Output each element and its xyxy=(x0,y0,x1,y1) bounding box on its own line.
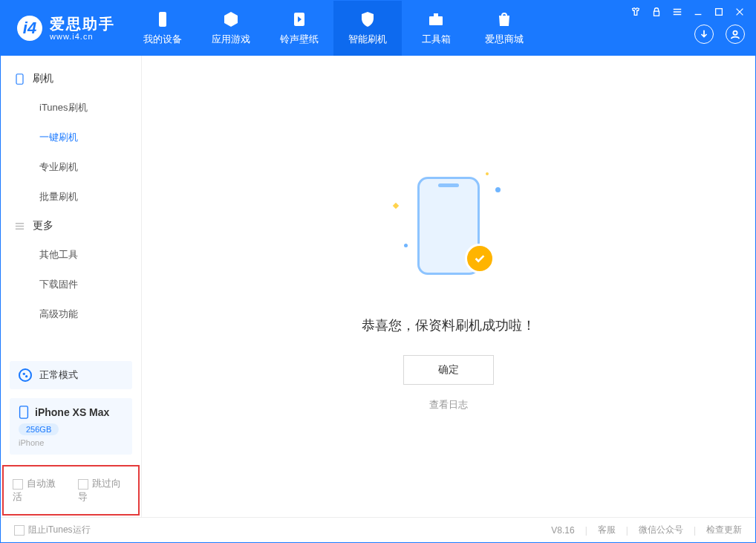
mode-card[interactable]: 正常模式 xyxy=(10,361,132,389)
sidebar-item-itunes-flash[interactable]: iTunes刷机 xyxy=(1,93,141,123)
main-content: 恭喜您，保资料刷机成功啦！ 确定 查看日志 xyxy=(142,56,755,517)
list-icon xyxy=(14,221,25,232)
user-icon[interactable] xyxy=(726,25,745,44)
menu-icon[interactable] xyxy=(672,7,682,19)
sidebar-item-pro-flash[interactable]: 专业刷机 xyxy=(1,152,141,182)
nav-label: 我的设备 xyxy=(143,33,182,46)
nav-label: 铃声壁纸 xyxy=(280,33,319,46)
download-icon[interactable] xyxy=(694,25,714,44)
nav-toolbox[interactable]: 工具箱 xyxy=(402,1,470,56)
sidebar-item-firmware[interactable]: 下载固件 xyxy=(1,270,141,299)
device-name-row: iPhone XS Max xyxy=(19,406,123,419)
logo-text: 爱思助手 www.i4.cn xyxy=(50,16,115,41)
shield-icon xyxy=(359,10,377,28)
group-label: 刷机 xyxy=(33,72,53,85)
nav-label: 工具箱 xyxy=(422,33,451,46)
lock-icon[interactable] xyxy=(651,7,662,19)
nav-label: 应用游戏 xyxy=(212,33,250,46)
nav-my-device[interactable]: 我的设备 xyxy=(128,1,197,56)
bag-icon xyxy=(495,10,513,28)
svg-rect-10 xyxy=(20,406,28,418)
mode-label: 正常模式 xyxy=(39,368,78,382)
sidebar-item-batch-flash[interactable]: 批量刷机 xyxy=(1,182,141,212)
auto-activate-checkbox[interactable]: 自动激活 xyxy=(13,477,65,504)
sidebar-group-flash: 刷机 xyxy=(1,65,141,93)
logo: i4 爱思助手 www.i4.cn xyxy=(1,1,128,56)
device-name: iPhone XS Max xyxy=(35,406,109,418)
nav-flash[interactable]: 智能刷机 xyxy=(333,1,402,56)
close-button[interactable] xyxy=(734,7,745,19)
wechat-link[interactable]: 微信公众号 xyxy=(639,524,683,536)
check-badge-icon xyxy=(465,244,495,273)
sidebar-item-other-tools[interactable]: 其他工具 xyxy=(1,240,141,270)
ok-button[interactable]: 确定 xyxy=(403,355,494,385)
device-icon xyxy=(14,74,25,85)
sidebar-group-more: 更多 xyxy=(1,212,141,240)
svg-rect-2 xyxy=(429,16,443,25)
svg-point-9 xyxy=(25,375,27,377)
body: 刷机 iTunes刷机 一键刷机 专业刷机 批量刷机 更多 其他工具 下载固件 … xyxy=(1,56,755,517)
group-label: 更多 xyxy=(33,219,53,233)
footer: 阻止iTunes运行 V8.16 | 客服 | 微信公众号 | 检查更新 xyxy=(1,517,755,542)
minimize-button[interactable] xyxy=(693,7,703,19)
skip-guide-checkbox[interactable]: 跳过向导 xyxy=(78,477,130,504)
device-card[interactable]: iPhone XS Max 256GB iPhone xyxy=(10,398,132,455)
maximize-button[interactable] xyxy=(714,7,724,19)
toolbox-icon xyxy=(427,10,445,28)
device-type: iPhone xyxy=(19,438,123,447)
svg-rect-3 xyxy=(434,13,438,16)
app-window: i4 爱思助手 www.i4.cn 我的设备 应用游戏 铃声壁纸 智能刷机 xyxy=(0,0,756,543)
svg-rect-4 xyxy=(654,11,659,16)
view-log-link[interactable]: 查看日志 xyxy=(429,398,468,412)
success-illustration xyxy=(389,162,508,296)
success-message: 恭喜您，保资料刷机成功啦！ xyxy=(362,316,535,334)
svg-point-8 xyxy=(23,373,25,375)
app-name: 爱思助手 xyxy=(50,16,115,32)
sidebar: 刷机 iTunes刷机 一键刷机 专业刷机 批量刷机 更多 其他工具 下载固件 … xyxy=(1,56,142,517)
device-capacity: 256GB xyxy=(19,423,59,435)
svg-rect-0 xyxy=(159,12,166,27)
music-icon xyxy=(290,10,308,28)
window-controls xyxy=(630,7,745,19)
svg-point-6 xyxy=(733,31,737,35)
nav-label: 爱思商城 xyxy=(485,33,524,46)
logo-icon: i4 xyxy=(17,16,42,41)
svg-rect-5 xyxy=(716,9,723,16)
shirt-icon[interactable] xyxy=(630,7,641,19)
svg-rect-7 xyxy=(16,74,23,84)
check-update-link[interactable]: 检查更新 xyxy=(706,524,742,536)
phone-icon xyxy=(154,10,172,28)
customer-service-link[interactable]: 客服 xyxy=(598,524,616,536)
nav-ringtones[interactable]: 铃声壁纸 xyxy=(265,1,333,56)
phone-small-icon xyxy=(19,406,29,419)
block-itunes-label: 阻止iTunes运行 xyxy=(28,524,91,535)
header: i4 爱思助手 www.i4.cn 我的设备 应用游戏 铃声壁纸 智能刷机 xyxy=(1,1,755,56)
header-actions xyxy=(694,25,745,44)
version-label: V8.16 xyxy=(551,525,574,536)
sidebar-options: 自动激活 跳过向导 xyxy=(2,465,140,516)
sidebar-item-advanced[interactable]: 高级功能 xyxy=(1,299,141,329)
nav-label: 智能刷机 xyxy=(348,33,387,46)
mode-icon xyxy=(19,368,32,382)
sidebar-item-oneclick-flash[interactable]: 一键刷机 xyxy=(1,123,141,152)
top-nav: 我的设备 应用游戏 铃声壁纸 智能刷机 工具箱 爱思商城 xyxy=(128,1,538,56)
nav-store[interactable]: 爱思商城 xyxy=(470,1,538,56)
cube-icon xyxy=(222,10,240,28)
block-itunes-checkbox[interactable]: 阻止iTunes运行 xyxy=(14,524,91,536)
nav-apps[interactable]: 应用游戏 xyxy=(197,1,265,56)
app-url: www.i4.cn xyxy=(50,32,115,41)
